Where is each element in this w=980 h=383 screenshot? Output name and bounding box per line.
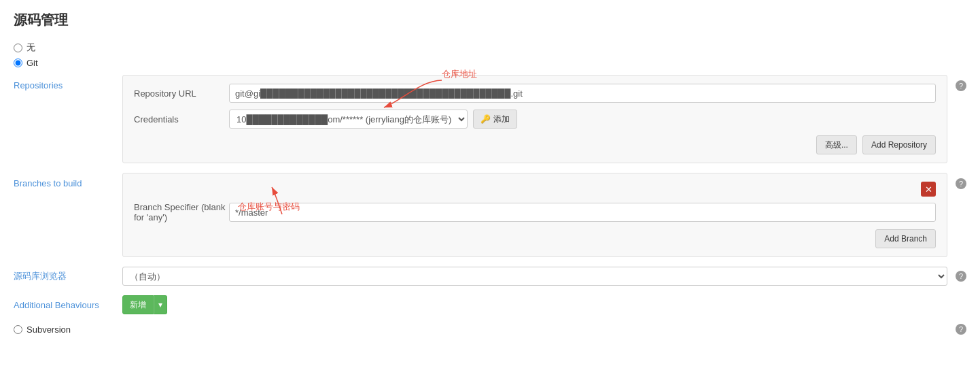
repositories-help-icon[interactable]: ? <box>956 80 966 91</box>
additional-row: Additional Behaviours 新增 ▾ <box>14 295 966 314</box>
radio-git-input[interactable] <box>14 59 22 67</box>
additional-controls: 新增 ▾ <box>122 295 167 314</box>
add-repository-button[interactable]: Add Repository <box>862 135 936 154</box>
new-button[interactable]: 新增 <box>122 295 154 314</box>
repositories-section: Repository URL Credentials 10███████████… <box>122 75 947 163</box>
additional-label: Additional Behaviours <box>14 300 122 310</box>
repo-url-input[interactable] <box>229 84 936 103</box>
radio-git-label: Git <box>27 58 38 68</box>
source-browser-row: 源码库浏览器 （自动） ? <box>14 267 966 286</box>
url-annotation: 仓库地址 <box>442 68 477 80</box>
subversion-label: Subversion <box>27 324 71 335</box>
radio-none[interactable]: 无 <box>14 41 966 54</box>
branches-section: ✕ Branch Specifier (blank for 'any') Add… <box>122 173 947 257</box>
repo-actions: 高级... Add Repository <box>134 135 936 154</box>
add-credential-button[interactable]: 🔑 添加 <box>473 110 517 129</box>
subversion-row: Subversion ? <box>14 324 966 335</box>
advanced-button[interactable]: 高级... <box>816 135 857 154</box>
radio-none-label: 无 <box>27 41 35 54</box>
page-title: 源码管理 <box>14 11 966 29</box>
repositories-label: Repositories <box>14 75 122 90</box>
credentials-select[interactable]: 10█████████████om/****** (jerryliang的仓库账… <box>229 110 468 129</box>
source-browser-select-wrap: （自动） <box>122 267 947 286</box>
branch-specifier-input[interactable] <box>229 203 936 222</box>
new-button-caret[interactable]: ▾ <box>154 295 167 314</box>
source-browser-label: 源码库浏览器 <box>14 270 122 282</box>
credentials-controls: 10█████████████om/****** (jerryliang的仓库账… <box>229 110 517 129</box>
branch-specifier-label: Branch Specifier (blank for 'any') <box>134 202 229 222</box>
credentials-row: Credentials 10█████████████om/****** (je… <box>134 110 936 129</box>
delete-branch-button[interactable]: ✕ <box>921 182 936 197</box>
repo-url-label: Repository URL <box>134 88 229 99</box>
credentials-label: Credentials <box>134 114 229 124</box>
add-credential-label: 添加 <box>493 114 510 125</box>
branches-help-icon[interactable]: ? <box>956 178 966 189</box>
cred-annotation: 仓库账号与密码 <box>238 201 300 213</box>
source-browser-select[interactable]: （自动） <box>122 267 947 286</box>
radio-git[interactable]: Git <box>14 58 966 68</box>
add-branch-button[interactable]: Add Branch <box>875 229 936 248</box>
branches-label: Branches to build <box>14 173 122 188</box>
radio-subversion-input[interactable] <box>14 325 22 334</box>
source-browser-help-icon[interactable]: ? <box>956 271 966 282</box>
radio-none-input[interactable] <box>14 44 22 52</box>
subversion-help-icon[interactable]: ? <box>956 324 966 335</box>
key-icon: 🔑 <box>480 114 491 124</box>
branch-actions: Add Branch <box>134 229 936 248</box>
repo-url-row: Repository URL <box>134 84 936 103</box>
